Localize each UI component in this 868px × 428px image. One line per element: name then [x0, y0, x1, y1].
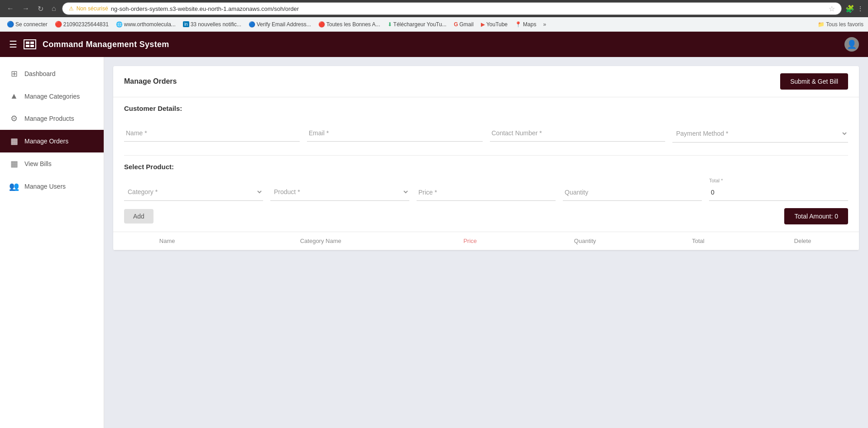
orders-icon: ▦: [9, 136, 19, 146]
col-header-category-name: Category Name: [221, 232, 420, 250]
bookmark-youtube[interactable]: ▶ YouTube: [479, 20, 510, 29]
menu-icon[interactable]: ⋮: [857, 5, 863, 12]
orders-table: Name Category Name Price Quantity Total …: [113, 232, 859, 250]
youtube-label: YouTube: [486, 21, 508, 28]
sidebar-label-manage-categories: Manage Categories: [24, 93, 80, 100]
puzzle-icon[interactable]: 🧩: [845, 5, 854, 13]
sidebar-item-view-bills[interactable]: ▦ View Bills: [0, 152, 104, 175]
bookmark-phone[interactable]: 🔴 210902325644831: [53, 20, 111, 29]
se-connecter-icon: 🔵: [7, 21, 14, 28]
content-area: Manage Orders Submit & Get Bill Customer…: [104, 57, 868, 428]
back-button[interactable]: ←: [5, 4, 16, 14]
manage-orders-card: Manage Orders Submit & Get Bill Customer…: [113, 66, 859, 250]
bookmark-gmail[interactable]: G Gmail: [451, 20, 476, 29]
col-header-price: Price: [420, 232, 520, 250]
bookmarks-bar: 🔵 Se connecter 🔴 210902325644831 🌐 www.o…: [0, 17, 868, 32]
telechargeur-icon: ⬇: [388, 21, 392, 28]
sidebar-item-dashboard[interactable]: ⊞ Dashboard: [0, 62, 104, 85]
sidebar-label-manage-orders: Manage Orders: [24, 138, 68, 145]
bookmark-maps[interactable]: 📍 Maps: [513, 20, 538, 29]
email-input[interactable]: [307, 125, 483, 142]
contact-group: [490, 125, 666, 143]
col-header-delete: Delete: [746, 232, 859, 250]
sidebar: ⊞ Dashboard ▲ Manage Categories ⚙ Manage…: [0, 57, 104, 428]
sidebar-item-manage-users[interactable]: 👥 Manage Users: [0, 175, 104, 198]
verify-email-icon: 🔵: [249, 21, 255, 28]
total-label: Total *: [709, 178, 848, 183]
gmail-label: Gmail: [460, 21, 474, 28]
home-button[interactable]: ⌂: [49, 4, 58, 14]
security-icon: ⚠: [69, 5, 74, 12]
bookmark-telechargeur[interactable]: ⬇ Téléchargeur YouTu...: [385, 20, 449, 29]
more-bookmarks[interactable]: »: [543, 21, 546, 28]
categories-icon: ▲: [9, 91, 19, 101]
select-product-label: Select Product:: [113, 156, 859, 174]
category-group: Category *: [124, 183, 263, 201]
sidebar-label-dashboard: Dashboard: [24, 70, 56, 77]
reload-button[interactable]: ↻: [35, 4, 46, 14]
hamburger-menu-icon[interactable]: ☰: [9, 39, 17, 50]
app-title: Command Management System: [43, 40, 169, 49]
bookmark-linkedin[interactable]: in 33 nouvelles notific...: [181, 20, 244, 29]
quantity-group: [563, 184, 702, 201]
gmail-icon: G: [454, 21, 458, 28]
security-label: Non sécurisé: [77, 5, 108, 12]
orthomolecula-icon: 🌐: [116, 21, 123, 28]
sidebar-item-manage-categories[interactable]: ▲ Manage Categories: [0, 85, 104, 107]
extension-icons: 🧩 ⋮: [845, 5, 863, 13]
price-group: [417, 184, 556, 201]
bookmark-star-icon[interactable]: ☆: [829, 5, 835, 13]
customer-form-row: Payment Method * Cash Card: [124, 125, 848, 143]
users-icon: 👥: [9, 181, 19, 191]
actions-row: Add Total Amount: 0: [113, 208, 859, 232]
linkedin-label: 33 nouvelles notific...: [191, 21, 241, 28]
quantity-input[interactable]: [563, 184, 702, 201]
col-header-total: Total: [650, 232, 747, 250]
verify-email-label: Verify Email Address...: [257, 21, 311, 28]
select-product-row: Category * Product *: [113, 174, 859, 208]
orthomolecula-label: www.orthomolecula...: [124, 21, 176, 28]
sidebar-label-view-bills: View Bills: [24, 160, 52, 167]
maps-label: Maps: [523, 21, 536, 28]
dashboard-icon: ⊞: [9, 69, 19, 79]
bookmark-orthomolecula[interactable]: 🌐 www.orthomolecula...: [114, 20, 178, 29]
product-select[interactable]: Product *: [270, 183, 409, 201]
name-input[interactable]: [124, 125, 300, 142]
product-group: Product *: [270, 183, 409, 201]
sidebar-item-manage-orders[interactable]: ▦ Manage Orders: [0, 130, 104, 152]
total-amount-button: Total Amount: 0: [784, 208, 848, 224]
huawei-icon: 🔴: [55, 21, 62, 28]
bookmark-bonnes-a[interactable]: 🔴 Toutes les Bonnes A...: [316, 20, 383, 29]
add-button[interactable]: Add: [124, 209, 153, 224]
url-text: ng-soh-orders-system.s3-website.eu-north…: [111, 5, 826, 12]
forward-button[interactable]: →: [20, 4, 32, 14]
url-bar[interactable]: ⚠ Non sécurisé ng-soh-orders-system.s3-w…: [62, 2, 842, 15]
user-avatar[interactable]: 👤: [844, 37, 859, 52]
price-input[interactable]: [417, 184, 556, 201]
contact-input[interactable]: [490, 125, 666, 142]
submit-get-bill-button[interactable]: Submit & Get Bill: [780, 73, 848, 90]
bookmark-verify-email[interactable]: 🔵 Verify Email Address...: [246, 20, 313, 29]
payment-method-select[interactable]: Payment Method * Cash Card: [672, 125, 848, 143]
app-wrapper: ☰ Command Management System 👤 ⊞ Dashboar…: [0, 32, 868, 428]
orders-table-wrapper: Name Category Name Price Quantity Total …: [113, 232, 859, 250]
category-select[interactable]: Category *: [124, 183, 263, 201]
table-header-row: Name Category Name Price Quantity Total …: [113, 232, 859, 250]
col-header-name: Name: [113, 232, 221, 250]
bills-icon: ▦: [9, 159, 19, 169]
sidebar-item-manage-products[interactable]: ⚙ Manage Products: [0, 107, 104, 130]
se-connecter-label: Se connecter: [15, 21, 48, 28]
top-nav: ☰ Command Management System 👤: [0, 32, 868, 57]
linkedin-icon: in: [183, 21, 189, 27]
main-area: ⊞ Dashboard ▲ Manage Categories ⚙ Manage…: [0, 57, 868, 428]
favorites-label: 📁 Tous les favoris: [818, 21, 863, 28]
manage-orders-title: Manage Orders: [124, 77, 177, 86]
maps-icon: 📍: [515, 21, 522, 28]
bonnes-a-label: Toutes les Bonnes A...: [326, 21, 380, 28]
total-field: Total * 0: [709, 178, 848, 201]
top-nav-left: ☰ Command Management System: [9, 39, 169, 50]
manage-orders-header: Manage Orders Submit & Get Bill: [113, 66, 859, 97]
products-icon: ⚙: [9, 114, 19, 124]
bookmark-se-connecter[interactable]: 🔵 Se connecter: [5, 20, 50, 29]
customer-details-body: Payment Method * Cash Card: [113, 116, 859, 155]
